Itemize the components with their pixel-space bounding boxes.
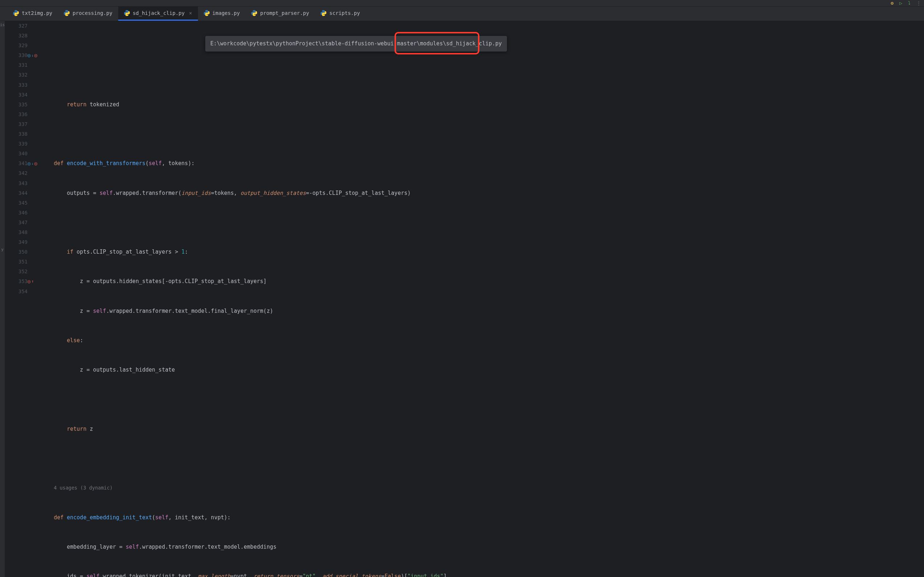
line-number: 341◎↓◎	[5, 159, 27, 168]
code-line[interactable]: outputs = self.wrapped.transformer(input…	[38, 189, 924, 198]
python-file-icon	[124, 10, 130, 16]
code-line[interactable]	[38, 70, 924, 80]
line-number: 350	[5, 247, 27, 257]
code-line[interactable]: else:	[38, 336, 924, 345]
line-number: 337	[5, 119, 27, 129]
code-line[interactable]: return z	[38, 424, 924, 434]
tab-label: images.py	[212, 10, 240, 16]
usages-gutter-icon[interactable]: ◎↓◎	[27, 50, 37, 60]
tab-label: sd_hijack_clip.py	[133, 10, 185, 16]
usage-inlay[interactable]: 4 usages (3 dynamic)	[54, 485, 113, 491]
code-line[interactable]	[38, 454, 924, 463]
line-number: 349	[5, 237, 27, 247]
line-number: 351	[5, 257, 27, 267]
code-line[interactable]: def encode_embedding_init_text(self, ini…	[38, 513, 924, 522]
line-number: 344	[5, 189, 27, 198]
python-file-icon	[251, 10, 257, 16]
line-number: 347	[5, 218, 27, 227]
code-line[interactable]: 4 usages (3 dynamic)	[38, 483, 924, 493]
code-line[interactable]: if opts.CLIP_stop_at_last_layers > 1:	[38, 247, 924, 257]
tab-processing[interactable]: processing.py	[58, 6, 118, 21]
tab-images[interactable]: images.py	[198, 6, 246, 21]
code-line[interactable]	[38, 395, 924, 405]
python-file-icon	[64, 10, 70, 16]
code-line[interactable]: embedding_layer = self.wrapped.transform…	[38, 542, 924, 552]
run-icon[interactable]: ▷	[899, 0, 902, 6]
line-number: 327	[5, 21, 27, 31]
top-toolbar: ⚙ ▷ ⤵ ⋮	[0, 0, 924, 6]
close-tab-icon[interactable]: ×	[189, 10, 192, 16]
line-number: 353◎↑	[5, 277, 27, 286]
code-line[interactable]: def encode_with_transformers(self, token…	[38, 159, 924, 168]
usages-gutter-icon[interactable]: ◎↓◎	[27, 159, 37, 168]
line-number: 336	[5, 110, 27, 119]
tab-sd-hijack-clip[interactable]: sd_hijack_clip.py ×	[118, 6, 198, 21]
toolbar-right-icons: ⚙ ▷ ⤵ ⋮	[891, 0, 921, 6]
code-line[interactable]: return tokenized	[38, 100, 924, 110]
line-number: 328	[5, 31, 27, 41]
line-number-gutter: 327 328 329 330◎↓◎ 331 332 333 334 335 3…	[5, 21, 38, 577]
line-number: 338	[5, 129, 27, 139]
line-number: 348	[5, 227, 27, 237]
code-line[interactable]: z = self.wrapped.transformer.text_model.…	[38, 306, 924, 316]
line-number: 346	[5, 208, 27, 218]
line-number: 340	[5, 149, 27, 159]
line-number: 333	[5, 80, 27, 90]
code-line[interactable]	[38, 218, 924, 227]
python-file-icon	[321, 10, 326, 16]
tab-scripts[interactable]: scripts.py	[315, 6, 366, 21]
more-icon[interactable]: ⋮	[916, 0, 921, 6]
file-path-tooltip: E:\workcode\pytestx\pythonProject\stable…	[205, 36, 507, 52]
line-number: 331	[5, 60, 27, 70]
tab-label: scripts.py	[329, 10, 360, 16]
line-number: 339	[5, 139, 27, 149]
line-number: 330◎↓◎	[5, 50, 27, 60]
tab-label: txt2img.py	[22, 10, 52, 16]
line-number: 334	[5, 90, 27, 100]
line-number: 342	[5, 168, 27, 178]
tool-window-strip[interactable]: is y	[0, 21, 5, 577]
toolbar-icon[interactable]: ⚙	[891, 0, 893, 6]
line-number: 343	[5, 179, 27, 189]
python-file-icon	[13, 10, 19, 16]
code-line[interactable]	[38, 129, 924, 139]
code-editor[interactable]: E:\workcode\pytestx\pythonProject\stable…	[38, 21, 924, 577]
tab-txt2img[interactable]: txt2img.py	[7, 6, 58, 21]
line-number: 332	[5, 70, 27, 80]
line-number: 345	[5, 198, 27, 208]
python-file-icon	[204, 10, 210, 16]
code-line[interactable]: z = outputs.last_hidden_state	[38, 365, 924, 375]
tab-label: processing.py	[72, 10, 112, 16]
override-gutter-icon[interactable]: ◎↑	[27, 277, 34, 286]
line-number: 352	[5, 267, 27, 277]
line-number: 329	[5, 41, 27, 50]
code-line[interactable]: z = outputs.hidden_states[-opts.CLIP_sto…	[38, 277, 924, 286]
side-label: is	[0, 23, 5, 27]
line-number: 354	[5, 287, 27, 297]
line-number: 335	[5, 100, 27, 110]
code-line[interactable]: ids = self.wrapped.tokenizer(init_text, …	[38, 572, 924, 577]
side-label: y	[1, 247, 4, 252]
toolbar-icon[interactable]: ⤵	[908, 0, 911, 6]
tab-prompt-parser[interactable]: prompt_parser.py	[246, 6, 315, 21]
tab-label: prompt_parser.py	[260, 10, 309, 16]
editor-area: is y 327 328 329 330◎↓◎ 331 332 333 334 …	[0, 21, 924, 577]
editor-tab-bar: txt2img.py processing.py sd_hijack_clip.…	[0, 6, 924, 21]
